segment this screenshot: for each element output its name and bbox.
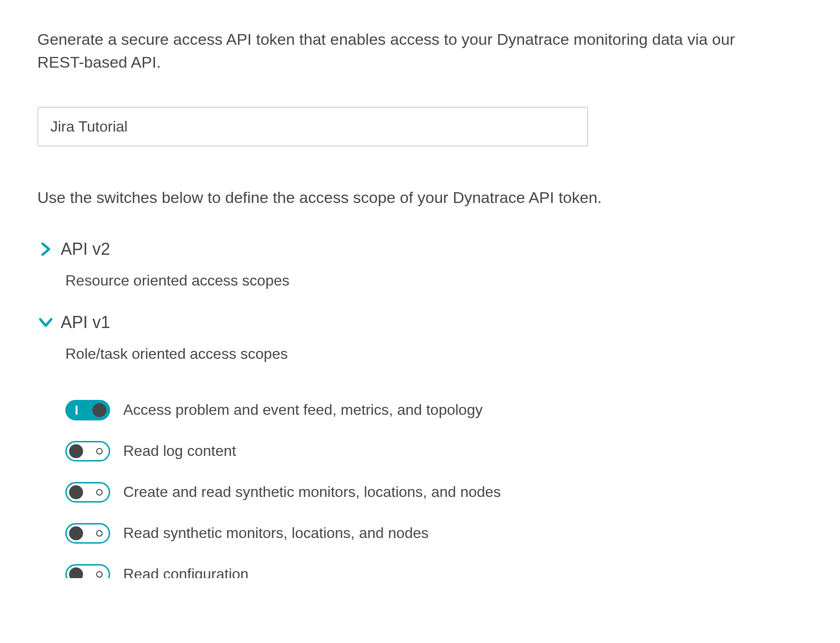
scope-switch-row: Read synthetic monitors, locations, and …	[65, 523, 803, 544]
scope-label: Read synthetic monitors, locations, and …	[123, 524, 429, 542]
scope-switch-row: Read configuration	[65, 564, 803, 578]
scope-label: Access problem and event feed, metrics, …	[123, 401, 483, 419]
scope-intro-text: Use the switches below to define the acc…	[37, 189, 803, 207]
scope-toggle-create-read-synthetic[interactable]	[65, 482, 110, 503]
section-api-v1-subtitle: Role/task oriented access scopes	[65, 345, 803, 363]
scope-label: Read log content	[123, 442, 236, 460]
scope-toggle-access-problem[interactable]	[65, 400, 110, 420]
scope-label: Read configuration	[123, 566, 249, 578]
chevron-right-icon	[39, 243, 52, 256]
scope-toggle-read-log[interactable]	[65, 441, 110, 461]
scope-switch-row: Read log content	[65, 441, 803, 461]
section-api-v2-header[interactable]: API v2	[39, 239, 803, 259]
section-api-v1: API v1 Role/task oriented access scopes …	[39, 313, 803, 578]
scope-toggle-read-configuration[interactable]	[65, 564, 110, 578]
scope-switch-row: Access problem and event feed, metrics, …	[65, 400, 803, 420]
section-api-v1-header[interactable]: API v1	[39, 313, 803, 332]
section-api-v2-subtitle: Resource oriented access scopes	[65, 272, 803, 289]
token-name-input[interactable]	[37, 107, 588, 147]
page: Generate a secure access API token that …	[0, 0, 840, 629]
api-v1-switch-list: Access problem and event feed, metrics, …	[65, 400, 803, 578]
section-api-v2: API v2 Resource oriented access scopes	[39, 239, 803, 289]
scope-switch-row: Create and read synthetic monitors, loca…	[65, 482, 803, 503]
scope-switch-row-cutoff: Read configuration	[65, 564, 803, 578]
section-api-v1-title: API v1	[61, 313, 110, 332]
scope-toggle-read-synthetic[interactable]	[65, 523, 110, 544]
chevron-down-icon	[39, 316, 52, 329]
scope-label: Create and read synthetic monitors, loca…	[123, 483, 501, 501]
section-api-v2-title: API v2	[61, 239, 110, 259]
intro-text: Generate a secure access API token that …	[37, 28, 761, 74]
